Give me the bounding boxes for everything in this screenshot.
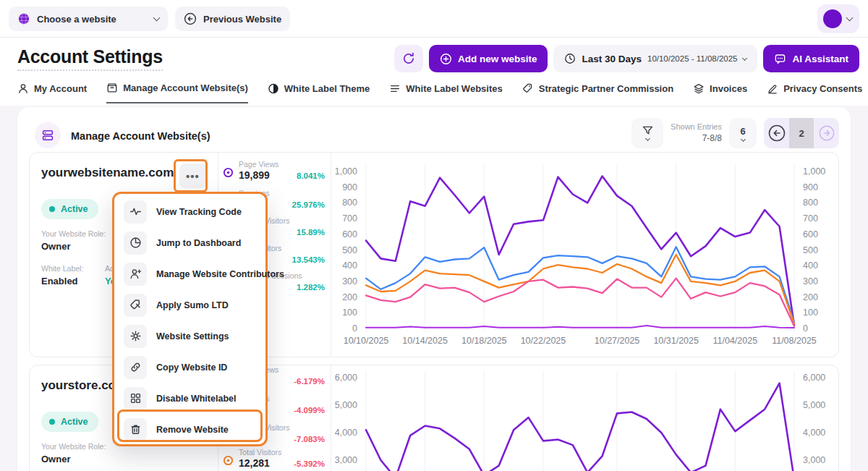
menu-item-manage-contributors[interactable]: Manage Website Contributors	[114, 258, 265, 289]
user-menu[interactable]	[817, 4, 859, 33]
menu-item-view-tracking-code[interactable]: View Tracking Code	[114, 196, 265, 227]
role-label: Your Website Role:	[41, 229, 106, 238]
user-icon	[17, 82, 29, 95]
pen-icon	[767, 82, 778, 95]
lines-icon	[389, 82, 401, 95]
menu-item-website-settings[interactable]: Website Settings	[114, 321, 265, 352]
tab-label: My Account	[34, 83, 87, 94]
svg-text:10/18/2025: 10/18/2025	[461, 336, 507, 346]
ai-assistant-button[interactable]: AI Assistant	[763, 45, 859, 72]
previous-page-button[interactable]	[764, 124, 789, 143]
account-settings-page: Choose a website Previous Website Accoun…	[0, 0, 868, 471]
traffic-chart: 3,0003,0004,0004,0005,0005,0006,0006,000	[331, 365, 838, 471]
tab-manage-account-websites[interactable]: Manage Account Website(s)	[106, 82, 248, 103]
date-range-preset: Last 30 Days	[582, 54, 642, 64]
svg-text:200: 200	[342, 292, 357, 302]
website-name: yourwebsitename.com	[41, 166, 174, 180]
menu-item-remove-website[interactable]: Remove Website	[114, 414, 265, 445]
svg-text:900: 900	[342, 182, 357, 192]
refresh-button[interactable]	[394, 45, 423, 72]
current-page[interactable]: 2	[789, 118, 814, 148]
add-new-website-label: Add new website	[458, 54, 537, 64]
settings-tabs: My Account Manage Account Website(s) Whi…	[17, 82, 862, 103]
menu-item-disable-whitelabel[interactable]: Disable Whitelabel	[114, 383, 265, 414]
menu-item-apply-sumo-ltd[interactable]: Apply Sumo LTD	[114, 289, 265, 321]
shown-entries-value: 7-8/8	[671, 132, 722, 144]
stat-total-visitors: Total Visitors 12,281 -5.392%	[218, 448, 331, 471]
status-badge: Active	[41, 412, 98, 432]
tab-strategic-partner-commission[interactable]: Strategic Partner Commission	[522, 82, 673, 103]
tab-privacy-consents[interactable]: Privacy Consents	[767, 82, 862, 103]
card-title: Manage Account Website(s)	[71, 130, 210, 142]
svg-text:800: 800	[803, 198, 818, 208]
tab-label: Strategic Partner Commission	[539, 83, 673, 94]
add-new-website-button[interactable]: Add new website	[429, 45, 548, 72]
tab-invoices[interactable]: Invoices	[693, 82, 747, 103]
svg-text:11/04/2025: 11/04/2025	[713, 336, 758, 346]
choose-website-dropdown[interactable]: Choose a website	[9, 7, 168, 31]
stat-page-views: Page Views 19,899 8.041%	[218, 160, 331, 186]
menu-item-copy-website-id[interactable]: Copy Website ID	[114, 352, 265, 383]
tab-white-label-websites[interactable]: White Label Websites	[389, 82, 502, 103]
tab-my-account[interactable]: My Account	[17, 82, 87, 103]
status-dot-icon	[49, 419, 55, 425]
grid-icon	[124, 387, 147, 410]
archive-icon	[106, 82, 118, 94]
row-actions-button[interactable]: •••	[179, 164, 206, 188]
shown-entries-label: Shown Entries	[671, 122, 722, 132]
svg-text:3,000: 3,000	[335, 455, 357, 465]
svg-text:6,000: 6,000	[335, 373, 357, 383]
svg-text:500: 500	[803, 245, 818, 255]
layers-icon	[693, 82, 705, 95]
svg-text:200: 200	[803, 292, 818, 302]
tag-icon	[124, 294, 147, 317]
traffic-chart: 10/10/202510/14/202510/18/202510/22/2025…	[331, 153, 838, 357]
svg-text:700: 700	[803, 213, 818, 224]
date-range-picker[interactable]: Last 30 Days 10/10/2025 - 11/08/2025	[553, 45, 757, 72]
line-chart: 3,0003,0004,0004,0005,0005,0006,0006,000	[331, 365, 838, 471]
previous-website-button[interactable]: Previous Website	[175, 7, 290, 31]
svg-text:10/14/2025: 10/14/2025	[402, 336, 448, 346]
chevron-down-icon	[742, 56, 747, 61]
svg-text:11/08/2025: 11/08/2025	[772, 336, 817, 346]
status-badge: Active	[41, 199, 98, 219]
svg-text:400: 400	[342, 260, 357, 271]
svg-text:900: 900	[803, 182, 818, 192]
svg-text:100: 100	[803, 307, 818, 318]
refresh-icon	[402, 52, 415, 65]
svg-text:4,000: 4,000	[803, 428, 825, 438]
tab-label: Invoices	[710, 83, 747, 94]
svg-text:600: 600	[342, 229, 357, 239]
plus-circle-icon	[440, 53, 452, 65]
line-chart: 10/10/202510/14/202510/18/202510/22/2025…	[331, 153, 838, 357]
svg-text:300: 300	[803, 276, 818, 287]
svg-text:0: 0	[803, 323, 808, 334]
svg-text:6,000: 6,000	[803, 373, 825, 383]
chevron-down-icon	[153, 14, 161, 22]
svg-text:100: 100	[342, 307, 357, 318]
menu-item-jump-to-dashboard[interactable]: Jump to Dashboard	[114, 227, 265, 258]
gear-icon	[124, 325, 147, 348]
page-size-value: 6	[740, 126, 745, 137]
svg-text:5,000: 5,000	[803, 400, 825, 410]
status-dot-icon	[49, 206, 55, 212]
date-range-value: 10/10/2025 - 11/08/2025	[647, 54, 737, 63]
choose-website-label: Choose a website	[37, 14, 116, 25]
dashboard-icon	[124, 232, 147, 255]
page-size-selector[interactable]: 6	[729, 118, 757, 148]
shown-entries: Shown Entries 7-8/8	[671, 122, 722, 144]
card-icon-circle	[35, 122, 61, 148]
svg-text:10/27/2025: 10/27/2025	[595, 336, 640, 346]
globe-icon	[17, 12, 30, 25]
tab-white-label-theme[interactable]: White Label Theme	[268, 82, 370, 103]
svg-text:0: 0	[352, 323, 357, 334]
stat-change: -4.099%	[294, 406, 325, 415]
role-value: Owner	[41, 241, 70, 252]
svg-text:600: 600	[803, 229, 818, 239]
stat-change: -6.179%	[294, 377, 325, 386]
arrow-right-circle-icon	[818, 124, 835, 142]
chevron-down-icon	[846, 14, 854, 22]
filter-button[interactable]	[631, 118, 663, 148]
next-page-button[interactable]	[814, 124, 839, 142]
role-label: Your Website Role:	[41, 442, 106, 451]
